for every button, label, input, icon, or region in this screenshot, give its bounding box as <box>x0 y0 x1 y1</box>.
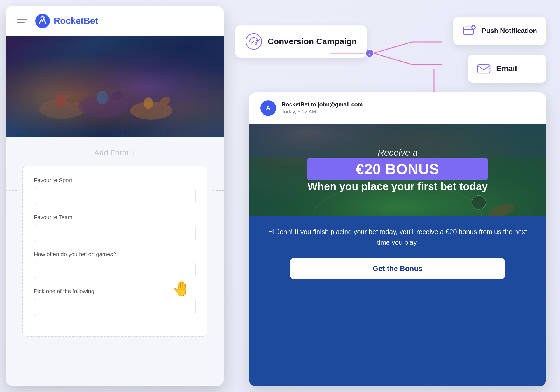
bonus-badge: €20 BONUS <box>307 158 488 180</box>
hamburger-line-2 <box>17 22 25 23</box>
push-notification-icon <box>462 24 477 38</box>
favourite-team-input[interactable] <box>34 224 196 242</box>
horses-svg <box>6 36 224 137</box>
favourite-team-label: Favourite Team <box>34 214 196 221</box>
form-field-pick-one: Pick one of the following: <box>34 288 196 316</box>
logo-part2: Bet <box>84 16 98 26</box>
dashed-line-left <box>6 190 17 191</box>
svg-text:›: › <box>369 51 370 56</box>
svg-line-20 <box>374 53 412 64</box>
hand-cursor-icon: 🤚 <box>172 280 190 297</box>
hamburger-menu[interactable] <box>17 19 27 23</box>
browser-window: RocketBet <box>6 6 224 386</box>
bet-frequency-label: How often do you bet on games? <box>34 251 196 258</box>
email-preview-panel: A RocketBet to john@gmail.com Today, 6:0… <box>249 92 546 386</box>
email-workflow-label: Email <box>496 64 517 73</box>
add-form-button[interactable]: Add Form + <box>17 148 213 157</box>
svg-point-13 <box>255 42 257 44</box>
browser-header: RocketBet <box>6 6 224 36</box>
push-notification-label: Push Notification <box>482 26 537 35</box>
email-time: Today, 6:02 AM <box>282 109 535 115</box>
form-field-favourite-team: Favourite Team <box>34 214 196 242</box>
logo-container: RocketBet <box>35 14 98 28</box>
email-content-wrapper: Receive a €20 BONUS When you place your … <box>249 124 546 386</box>
email-body-text: Hi John! If you finish placing your bet … <box>263 227 532 248</box>
form-field-favourite-sport: Favourite Sport <box>34 177 196 205</box>
svg-rect-27 <box>478 65 490 73</box>
connector-lines-svg: › <box>330 25 442 95</box>
pick-one-label: Pick one of the following: <box>34 288 196 295</box>
svg-rect-2 <box>6 36 224 137</box>
favourite-sport-input[interactable] <box>34 187 196 205</box>
pick-one-input[interactable] <box>34 298 196 316</box>
email-from: RocketBet to john@gmail.com <box>282 101 535 108</box>
email-hero-section: Receive a €20 BONUS When you place your … <box>249 124 546 216</box>
form-area: Add Form + 🤚 Favourite Sport Favourite T… <box>6 137 224 337</box>
email-header: A RocketBet to john@gmail.com Today, 6:0… <box>249 92 546 124</box>
sender-avatar: A <box>260 100 276 116</box>
bonus-amount: €20 BONUS <box>314 161 481 178</box>
svg-line-18 <box>374 42 412 53</box>
email-body: Hi John! If you finish placing your bet … <box>249 216 546 386</box>
svg-point-11 <box>144 97 153 109</box>
dashed-line-right <box>213 190 224 191</box>
form-card: Favourite Sport Favourite Team How often… <box>22 166 207 337</box>
svg-point-26 <box>472 26 475 29</box>
logo-text: RocketBet <box>54 16 98 26</box>
logo-icon <box>35 14 50 28</box>
avatar-letter: A <box>266 104 270 112</box>
favourite-sport-label: Favourite Sport <box>34 177 196 184</box>
hamburger-line-1 <box>17 19 27 20</box>
bet-frequency-input[interactable] <box>34 261 196 279</box>
svg-point-9 <box>55 95 65 107</box>
workflow-area: Conversion Campaign › Push Notification <box>221 8 554 106</box>
hero-image <box>6 36 224 137</box>
svg-point-10 <box>97 91 108 104</box>
conversion-icon <box>245 33 262 50</box>
push-notification-card[interactable]: Push Notification <box>453 17 546 45</box>
form-field-bet-frequency: How often do you bet on games? <box>34 251 196 279</box>
email-workflow-card[interactable]: Email <box>468 55 546 83</box>
get-bonus-button[interactable]: Get the Bonus <box>290 258 505 279</box>
email-workflow-icon <box>477 61 491 76</box>
logo-part1: Rocket <box>54 16 84 26</box>
bet-text: When you place your first bet today <box>307 180 488 193</box>
receive-text: Receive a <box>307 148 488 158</box>
hero-content: Receive a €20 BONUS When you place your … <box>307 148 488 193</box>
email-meta: RocketBet to john@gmail.com Today, 6:02 … <box>282 101 535 115</box>
svg-point-14 <box>251 42 252 44</box>
